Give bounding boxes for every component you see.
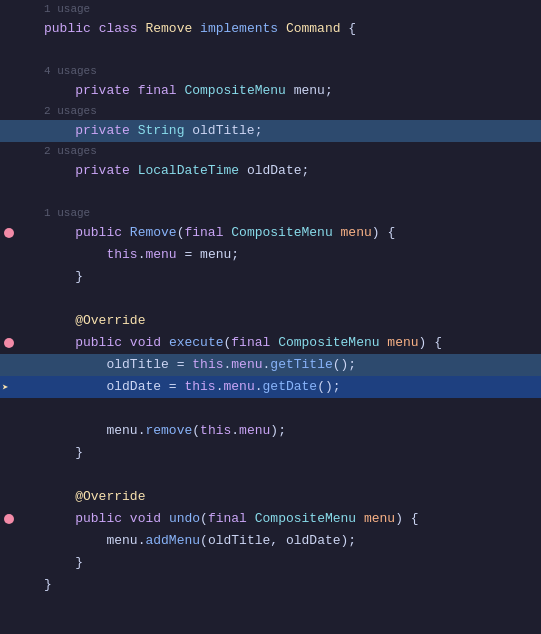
code-line-active: ➤ oldDate = this.menu.getDate(); — [0, 376, 541, 398]
code-line: @Override — [0, 310, 541, 332]
breakpoint-indicator — [4, 338, 14, 348]
debug-arrow-icon: ➤ — [2, 381, 9, 394]
line-content: } — [40, 442, 541, 464]
breakpoint-indicator — [4, 228, 14, 238]
line-content: private final CompositeMenu menu; — [40, 80, 541, 102]
breakpoint-indicator — [4, 514, 14, 524]
code-line: public class Remove implements Command { — [0, 18, 541, 40]
code-line: } — [0, 574, 541, 596]
line-content: private String oldTitle; — [40, 120, 541, 142]
code-line-highlighted: private String oldTitle; — [0, 120, 541, 142]
code-line: private LocalDateTime oldDate; — [0, 160, 541, 182]
line-content: menu.remove(this.menu); — [40, 420, 541, 442]
code-line: menu.addMenu(oldTitle, oldDate); — [0, 530, 541, 552]
line-content: public class Remove implements Command { — [40, 18, 541, 40]
line-content: } — [40, 552, 541, 574]
line-content: menu.addMenu(oldTitle, oldDate); — [40, 530, 541, 552]
line-content: @Override — [40, 486, 541, 508]
line-content: this.menu = menu; — [40, 244, 541, 266]
code-line: public void execute(final CompositeMenu … — [0, 332, 541, 354]
usage-label: 2 usages — [0, 142, 541, 160]
code-line — [0, 288, 541, 310]
line-content: public void undo(final CompositeMenu men… — [40, 508, 541, 530]
code-line: private final CompositeMenu menu; — [0, 80, 541, 102]
line-content: public Remove(final CompositeMenu menu) … — [40, 222, 541, 244]
code-line: public Remove(final CompositeMenu menu) … — [0, 222, 541, 244]
line-content: } — [40, 266, 541, 288]
code-editor: 1 usage public class Remove implements C… — [0, 0, 541, 634]
code-line — [0, 40, 541, 62]
usage-label: 2 usages — [0, 102, 541, 120]
line-content: oldTitle = this.menu.getTitle(); — [40, 354, 541, 376]
code-line — [0, 182, 541, 204]
code-line: @Override — [0, 486, 541, 508]
code-line — [0, 464, 541, 486]
line-content: } — [40, 574, 541, 596]
line-content: @Override — [40, 310, 541, 332]
code-line-highlighted: oldTitle = this.menu.getTitle(); — [0, 354, 541, 376]
code-line: } — [0, 266, 541, 288]
line-content: public void execute(final CompositeMenu … — [40, 332, 541, 354]
usage-label: 1 usage — [0, 0, 541, 18]
code-line: } — [0, 442, 541, 464]
line-content: oldDate = this.menu.getDate(); — [40, 376, 541, 398]
code-line: this.menu = menu; — [0, 244, 541, 266]
code-line — [0, 398, 541, 420]
code-line: menu.remove(this.menu); — [0, 420, 541, 442]
usage-label: 4 usages — [0, 62, 541, 80]
code-line: public void undo(final CompositeMenu men… — [0, 508, 541, 530]
usage-label: 1 usage — [0, 204, 541, 222]
code-line: } — [0, 552, 541, 574]
line-content: private LocalDateTime oldDate; — [40, 160, 541, 182]
